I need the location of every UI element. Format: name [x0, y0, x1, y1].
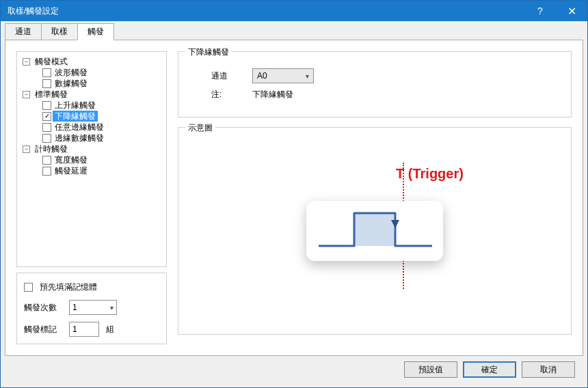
- defaults-button[interactable]: 預設值: [404, 361, 457, 378]
- channel-select[interactable]: A0 ▾: [252, 68, 314, 83]
- left-options-group: 預先填滿記憶體 觸發次數 1 ▾ 觸發標記 組: [16, 273, 167, 344]
- group-legend-settings: 下降緣觸發: [185, 46, 232, 58]
- tree-node-trigger-mode[interactable]: − 觸發模式: [21, 56, 163, 67]
- client-area: 通道 取樣 觸發 − 觸發模式: [1, 21, 587, 387]
- trigger-tree: − 觸發模式 波形觸發 數據觸發 −: [16, 51, 167, 267]
- trigger-mark-input[interactable]: [69, 322, 99, 337]
- tab-trigger[interactable]: 觸發: [77, 23, 114, 40]
- chevron-down-icon: ▾: [306, 72, 309, 80]
- note-value: 下降緣觸發: [252, 89, 293, 100]
- svg-rect-0: [354, 213, 395, 246]
- checkbox-icon[interactable]: [42, 167, 51, 176]
- tree-node-edgedata[interactable]: 邊緣數據觸發: [31, 133, 163, 143]
- dialog-window: 取樣/觸發設定 ? ✕ 通道 取樣 觸發 − 觸發模式: [0, 0, 588, 388]
- help-button[interactable]: ?: [524, 1, 556, 21]
- trigger-label-text: T (Trigger): [396, 166, 464, 182]
- tab-page-trigger: − 觸發模式 波形觸發 數據觸發 −: [5, 40, 583, 356]
- tree-node-timing[interactable]: − 計時觸發: [21, 143, 163, 154]
- chevron-down-icon: ▾: [110, 304, 113, 311]
- diagram-body: T (Trigger): [191, 139, 559, 323]
- checkbox-icon[interactable]: [42, 101, 51, 110]
- tree-node-falling[interactable]: 下降緣觸發: [31, 111, 163, 122]
- trigger-mark-label: 觸發標記: [24, 324, 62, 335]
- note-label: 注:: [191, 89, 252, 100]
- ok-button[interactable]: 確定: [463, 361, 516, 378]
- checkbox-checked-icon[interactable]: [42, 112, 51, 121]
- checkbox-icon[interactable]: [42, 134, 51, 143]
- falling-edge-icon: [306, 201, 443, 261]
- prefill-checkbox[interactable]: [24, 283, 33, 292]
- tab-channel[interactable]: 通道: [5, 23, 42, 40]
- prefill-label: 預先填滿記憶體: [40, 281, 97, 293]
- trigger-count-label: 觸發次數: [24, 302, 62, 314]
- tab-sample[interactable]: 取樣: [41, 23, 78, 40]
- tree-node-data[interactable]: 數據觸發: [31, 78, 163, 89]
- tree-node-anyedge[interactable]: 任意邊緣觸發: [31, 122, 163, 133]
- diagram-group: 示意圖 T (Trigger): [178, 127, 572, 335]
- waveform-card: [306, 201, 443, 261]
- tree-node-standard[interactable]: − 標準觸發: [21, 89, 163, 100]
- channel-label: 通道: [191, 70, 252, 82]
- tree-node-rising[interactable]: 上升緣觸發: [31, 100, 163, 111]
- left-column: − 觸發模式 波形觸發 數據觸發 −: [16, 51, 167, 344]
- tree-node-width[interactable]: 寬度觸發: [31, 154, 163, 165]
- checkbox-icon[interactable]: [42, 156, 51, 165]
- group-legend-diagram: 示意圖: [185, 122, 215, 134]
- tree-node-delay[interactable]: 觸發延遲: [31, 165, 163, 176]
- checkbox-icon[interactable]: [42, 68, 51, 77]
- right-column: 下降緣觸發 通道 A0 ▾ 注: 下降緣觸發 示意圖: [178, 51, 572, 344]
- checkbox-icon[interactable]: [42, 123, 51, 132]
- collapse-icon[interactable]: −: [23, 58, 30, 66]
- title-bar: 取樣/觸發設定 ? ✕: [1, 1, 587, 21]
- close-button[interactable]: ✕: [556, 1, 587, 21]
- collapse-icon[interactable]: −: [23, 146, 30, 153]
- tree-node-waveform[interactable]: 波形觸發: [31, 67, 163, 78]
- tab-strip: 通道 取樣 觸發: [5, 25, 583, 40]
- collapse-icon[interactable]: −: [23, 91, 30, 98]
- checkbox-icon[interactable]: [42, 79, 51, 88]
- cancel-button[interactable]: 取消: [522, 361, 575, 378]
- trigger-mark-unit: 組: [106, 324, 114, 335]
- window-title: 取樣/觸發設定: [8, 5, 524, 17]
- trigger-count-combo[interactable]: 1 ▾: [69, 300, 117, 315]
- trigger-settings-group: 下降緣觸發 通道 A0 ▾ 注: 下降緣觸發: [178, 51, 572, 117]
- dialog-footer: 預設值 確定 取消: [5, 356, 583, 383]
